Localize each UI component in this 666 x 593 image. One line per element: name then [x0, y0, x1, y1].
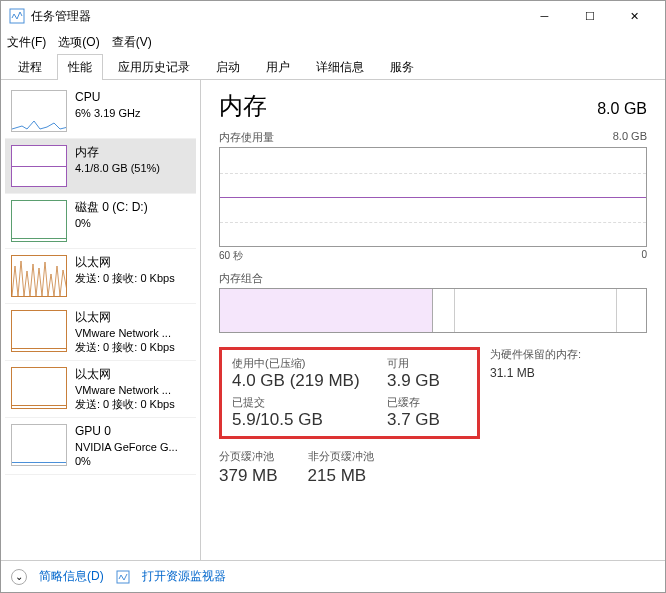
tab-services[interactable]: 服务 [379, 54, 425, 80]
close-button[interactable]: ✕ [612, 1, 657, 31]
taskmgr-icon [9, 8, 25, 24]
brief-info-link[interactable]: 简略信息(D) [39, 568, 104, 585]
disk-thumb [11, 200, 67, 242]
eth3-sub2: 发送: 0 接收: 0 Kbps [75, 397, 190, 411]
tab-processes[interactable]: 进程 [7, 54, 53, 80]
eth3-sub1: VMware Network ... [75, 383, 190, 397]
tab-users[interactable]: 用户 [255, 54, 301, 80]
menu-view[interactable]: 查看(V) [112, 34, 152, 51]
menu-options[interactable]: 选项(O) [58, 34, 99, 51]
maximize-button[interactable]: ☐ [567, 1, 612, 31]
in-use-label: 使用中(已压缩) [232, 356, 387, 371]
usage-max: 8.0 GB [613, 130, 647, 145]
main-area: CPU6% 3.19 GHz 内存4.1/8.0 GB (51%) 磁盘 0 (… [1, 80, 665, 560]
total-memory: 8.0 GB [597, 100, 647, 118]
reserved-label: 为硬件保留的内存: [490, 347, 581, 362]
window-title: 任务管理器 [31, 8, 522, 25]
resmon-icon [116, 570, 130, 584]
tab-details[interactable]: 详细信息 [305, 54, 375, 80]
menu-file[interactable]: 文件(F) [7, 34, 46, 51]
axis-right: 0 [641, 249, 647, 263]
cached-label: 已缓存 [387, 395, 467, 410]
cpu-thumb [11, 90, 67, 132]
tab-app-history[interactable]: 应用历史记录 [107, 54, 201, 80]
disk-sub: 0% [75, 216, 190, 230]
paged-label: 分页缓冲池 [219, 449, 278, 464]
sidebar-item-cpu[interactable]: CPU6% 3.19 GHz [5, 84, 196, 139]
nonpaged-value: 215 MB [308, 466, 374, 486]
commit-value: 5.9/10.5 GB [232, 410, 387, 430]
eth1-name: 以太网 [75, 255, 190, 269]
menubar: 文件(F) 选项(O) 查看(V) [1, 31, 665, 53]
memory-usage-chart [219, 147, 647, 247]
tab-bar: 进程 性能 应用历史记录 启动 用户 详细信息 服务 [1, 53, 665, 80]
titlebar: 任务管理器 ─ ☐ ✕ [1, 1, 665, 31]
eth1-sub: 发送: 0 接收: 0 Kbps [75, 271, 190, 285]
axis-left: 60 秒 [219, 249, 243, 263]
paged-value: 379 MB [219, 466, 278, 486]
eth2-thumb [11, 310, 67, 352]
eth3-thumb [11, 367, 67, 409]
eth3-name: 以太网 [75, 367, 190, 381]
comp-label: 内存组合 [219, 271, 263, 286]
disk-name: 磁盘 0 (C: D:) [75, 200, 190, 214]
usage-label: 内存使用量 [219, 130, 274, 145]
sidebar-item-eth1[interactable]: 以太网发送: 0 接收: 0 Kbps [5, 249, 196, 304]
nonpaged-label: 非分页缓冲池 [308, 449, 374, 464]
chevron-down-icon[interactable]: ⌄ [11, 569, 27, 585]
stats-highlight-box: 使用中(已压缩)4.0 GB (219 MB) 可用3.9 GB 已提交5.9/… [219, 347, 480, 439]
cached-value: 3.7 GB [387, 410, 467, 430]
page-title: 内存 [219, 90, 267, 122]
sidebar-item-disk[interactable]: 磁盘 0 (C: D:)0% [5, 194, 196, 249]
sidebar-item-gpu[interactable]: GPU 0NVIDIA GeForce G...0% [5, 418, 196, 475]
svg-rect-1 [117, 571, 129, 583]
avail-value: 3.9 GB [387, 371, 467, 391]
mem-name: 内存 [75, 145, 190, 159]
tab-startup[interactable]: 启动 [205, 54, 251, 80]
mem-sub: 4.1/8.0 GB (51%) [75, 161, 190, 175]
sidebar: CPU6% 3.19 GHz 内存4.1/8.0 GB (51%) 磁盘 0 (… [1, 80, 201, 560]
gpu-sub1: NVIDIA GeForce G... [75, 440, 190, 454]
commit-label: 已提交 [232, 395, 387, 410]
tab-performance[interactable]: 性能 [57, 54, 103, 80]
sidebar-item-memory[interactable]: 内存4.1/8.0 GB (51%) [5, 139, 196, 194]
eth2-sub1: VMware Network ... [75, 326, 190, 340]
footer: ⌄ 简略信息(D) 打开资源监视器 [1, 560, 665, 592]
sidebar-item-eth2[interactable]: 以太网VMware Network ...发送: 0 接收: 0 Kbps [5, 304, 196, 361]
sidebar-item-eth3[interactable]: 以太网VMware Network ...发送: 0 接收: 0 Kbps [5, 361, 196, 418]
in-use-value: 4.0 GB (219 MB) [232, 371, 387, 391]
gpu-name: GPU 0 [75, 424, 190, 438]
eth1-thumb [11, 255, 67, 297]
minimize-button[interactable]: ─ [522, 1, 567, 31]
gpu-sub2: 0% [75, 454, 190, 468]
eth2-name: 以太网 [75, 310, 190, 324]
memory-composition-chart [219, 288, 647, 333]
open-resmon-link[interactable]: 打开资源监视器 [142, 568, 226, 585]
content-area: 内存 8.0 GB 内存使用量 8.0 GB 60 秒 0 内存组合 使用中(已… [201, 80, 665, 560]
mem-thumb [11, 145, 67, 187]
reserved-value: 31.1 MB [490, 366, 581, 380]
eth2-sub2: 发送: 0 接收: 0 Kbps [75, 340, 190, 354]
cpu-sub: 6% 3.19 GHz [75, 106, 190, 120]
avail-label: 可用 [387, 356, 467, 371]
gpu-thumb [11, 424, 67, 466]
cpu-name: CPU [75, 90, 190, 104]
